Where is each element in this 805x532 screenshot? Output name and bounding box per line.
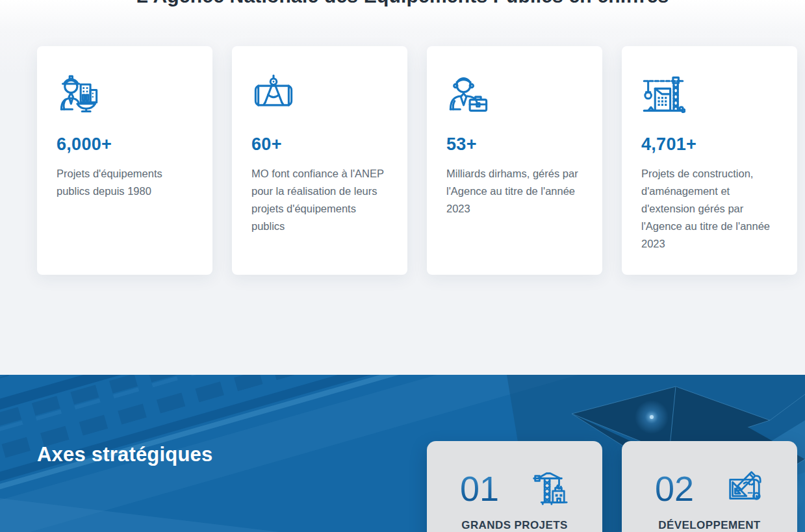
stat-card-clients: 60+ MO font confiance à l'ANEP pour la r…	[232, 46, 407, 275]
stat-value: 4,701+	[641, 134, 778, 155]
stats-section: L'Agence Nationale des Équipements Publi…	[0, 0, 805, 375]
stat-value: 60+	[251, 134, 388, 155]
axes-card-number: 01	[460, 471, 499, 506]
engineer-buildings-icon	[57, 73, 101, 118]
urban-planning-icon	[724, 468, 764, 509]
axes-card-number: 02	[655, 471, 694, 506]
axes-card-top: 02	[655, 468, 764, 509]
stats-cards-row: 6,000+ Projets d'équipements publics dep…	[37, 46, 797, 275]
stat-description: Milliards dirhams, gérés par l'Agence au…	[446, 165, 583, 218]
drafting-compass-icon	[251, 73, 296, 118]
construction-crane-icon	[641, 73, 685, 118]
axes-heading: Axes stratégiques	[37, 443, 212, 466]
stat-value: 6,000+	[57, 134, 193, 155]
stat-card-budget: 53+ Milliards dirhams, gérés par l'Agenc…	[427, 46, 602, 275]
axes-section: Axes stratégiques 01	[0, 375, 805, 532]
axes-card-label: DÉVELOPPEMENT	[658, 519, 760, 532]
stat-description: MO font confiance à l'ANEP pour la réali…	[251, 165, 388, 235]
businessman-briefcase-icon	[446, 73, 491, 118]
stat-value: 53+	[446, 134, 583, 155]
tower-crane-icon	[529, 468, 569, 509]
axes-card-label: GRANDS PROJETS	[461, 519, 567, 532]
axes-card-developpement[interactable]: 02 DÉVELOPPEMENT	[622, 441, 797, 532]
stat-card-constructions: 4,701+ Projets de construction, d'aménag…	[622, 46, 797, 275]
stat-description: Projets de construction, d'aménagement e…	[641, 165, 778, 253]
stat-description: Projets d'équipements publics depuis 198…	[57, 165, 193, 200]
axes-card-top: 01	[460, 468, 569, 509]
stat-card-projects: 6,000+ Projets d'équipements publics dep…	[37, 46, 212, 275]
axes-cards-row: 01 GRANDS PROJE	[427, 441, 805, 532]
axes-card-grands-projets[interactable]: 01 GRANDS PROJE	[427, 441, 602, 532]
page-title: L'Agence Nationale des Équipements Publi…	[0, 0, 805, 6]
